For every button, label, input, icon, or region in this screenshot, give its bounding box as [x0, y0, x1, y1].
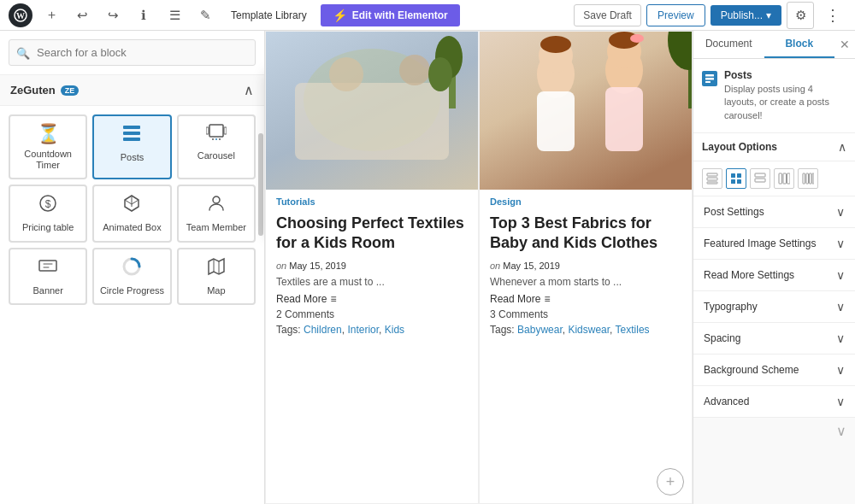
svg-rect-5: [209, 125, 223, 137]
block-item-team[interactable]: Team Member: [177, 185, 256, 242]
search-area: 🔍: [0, 31, 264, 75]
post-excerpt-1: Textiles are a must to ...: [266, 273, 478, 291]
search-input[interactable]: [9, 39, 256, 66]
svg-rect-21: [295, 83, 449, 160]
post-tags-2: Tags: Babywear, Kidswear, Textiles: [480, 322, 692, 343]
undo-button[interactable]: ↩: [70, 3, 94, 27]
ze-badge: ZE: [61, 85, 80, 96]
post-settings-chevron-icon: ∨: [836, 205, 845, 219]
block-item-circle-progress[interactable]: Circle Progress: [92, 248, 171, 305]
topbar-right-actions: Save Draft Preview Publish... ▾ ⚙ ⋮: [574, 2, 846, 29]
block-item-pricing[interactable]: $ Pricing table: [9, 185, 87, 242]
typography-header[interactable]: Typography ∨: [693, 291, 855, 322]
block-item-animated-box[interactable]: Animated Box: [92, 185, 171, 242]
preview-button[interactable]: Preview: [646, 4, 705, 26]
svg-rect-29: [537, 91, 575, 151]
svg-point-13: [213, 196, 220, 203]
tag-textiles[interactable]: Textiles: [616, 324, 650, 336]
tag-interior[interactable]: Interior: [347, 324, 379, 336]
layout-icon-2[interactable]: [726, 168, 746, 189]
post-category-2: Design: [480, 190, 692, 210]
read-more-settings-header[interactable]: Read More Settings ∨: [693, 260, 855, 290]
add-section-button[interactable]: +: [657, 468, 684, 495]
post-read-more-2[interactable]: Read More ≡: [480, 291, 692, 307]
post-image-2: [480, 32, 692, 190]
accordion-featured-image-settings: Featured Image Settings ∨: [693, 228, 855, 260]
right-block-desc: Display posts using 4 layouts, or create…: [724, 83, 846, 122]
category-header: ZeGuten ZE ∧: [0, 75, 264, 106]
accordion-spacing: Spacing ∨: [693, 323, 855, 355]
tag-children[interactable]: Children: [304, 324, 342, 336]
banner-icon: [38, 256, 58, 282]
svg-rect-47: [731, 179, 735, 184]
tag-kidswear[interactable]: Kidswear: [568, 324, 610, 336]
accordion-typography: Typography ∨: [693, 291, 855, 323]
settings-gear-button[interactable]: ⚙: [787, 2, 814, 29]
svg-rect-14: [39, 261, 56, 271]
info-button[interactable]: ℹ: [132, 3, 156, 27]
svg-rect-48: [737, 179, 741, 184]
accordion-advanced: Advanced ∨: [693, 386, 855, 418]
edit-icon-button[interactable]: ✎: [193, 3, 217, 27]
tag-kids[interactable]: Kids: [385, 324, 404, 336]
svg-rect-39: [705, 74, 714, 77]
close-right-panel-button[interactable]: ✕: [834, 31, 855, 58]
block-item-banner[interactable]: Banner: [9, 248, 87, 305]
list-button[interactable]: ☰: [162, 3, 186, 27]
tab-block[interactable]: Block: [764, 31, 835, 58]
svg-rect-41: [705, 81, 711, 83]
more-options-button[interactable]: ⋮: [819, 2, 846, 29]
svg-rect-52: [783, 173, 787, 184]
post-read-more-1[interactable]: Read More ≡: [266, 291, 478, 307]
layout-options-chevron-icon: ∧: [838, 140, 846, 154]
svg-text:W: W: [16, 11, 25, 21]
main-layout: 🔍 ZeGuten ZE ∧ ⏳ Countdown Timer: [0, 31, 855, 504]
redo-button[interactable]: ↪: [101, 3, 125, 27]
wp-logo: W: [9, 3, 32, 27]
topbar: W ＋ ↩ ↪ ℹ ☰ ✎ Template Library ⚡ Edit wi…: [0, 0, 855, 31]
spacing-header[interactable]: Spacing ∨: [693, 323, 855, 354]
block-item-posts[interactable]: Posts: [92, 114, 171, 179]
block-item-countdown[interactable]: ⏳ Countdown Timer: [9, 114, 87, 179]
post-card-1: Tutorials Choosing Perfect Textiles for …: [265, 31, 479, 504]
layout-icons-row: [693, 161, 855, 196]
publish-button[interactable]: Publish... ▾: [711, 5, 781, 26]
svg-rect-40: [705, 78, 714, 80]
template-library-button[interactable]: Template Library: [224, 6, 314, 25]
advanced-header[interactable]: Advanced ∨: [693, 386, 855, 417]
layout-icon-3[interactable]: [750, 168, 770, 189]
collapse-category-button[interactable]: ∧: [244, 82, 254, 98]
svg-rect-56: [810, 173, 812, 184]
right-panel: Document Block ✕ Posts Display posts usi…: [693, 31, 855, 504]
svg-point-8: [212, 138, 214, 140]
tag-babywear[interactable]: Babywear: [517, 324, 563, 336]
layout-icon-5[interactable]: [798, 168, 818, 189]
block-item-carousel[interactable]: Carousel: [177, 114, 256, 179]
left-panel-scrollbar[interactable]: [258, 133, 263, 236]
post-tags-1: Tags: Children, Interior, Kids: [266, 322, 478, 343]
svg-rect-44: [707, 182, 717, 184]
advanced-chevron-icon: ∨: [836, 395, 845, 408]
post-comments-1: 2 Comments: [266, 307, 478, 322]
post-title-2: Top 3 Best Fabrics for Baby and Kids Clo…: [480, 210, 692, 259]
edit-elementor-button[interactable]: ⚡ Edit with Elementor: [321, 4, 460, 26]
background-scheme-header[interactable]: Background Scheme ∨: [693, 355, 855, 385]
map-icon: [206, 256, 227, 282]
svg-point-10: [219, 138, 221, 140]
scroll-down-indicator: ∨: [836, 423, 846, 439]
svg-rect-33: [605, 87, 643, 151]
svg-rect-43: [707, 178, 717, 180]
add-button[interactable]: ＋: [39, 3, 63, 27]
search-icon: 🔍: [16, 46, 30, 59]
layout-icon-4[interactable]: [774, 168, 794, 189]
svg-rect-2: [123, 126, 140, 129]
featured-image-settings-header[interactable]: Featured Image Settings ∨: [693, 228, 855, 259]
tab-document[interactable]: Document: [693, 31, 764, 58]
save-draft-button[interactable]: Save Draft: [574, 4, 641, 26]
svg-rect-50: [755, 179, 765, 182]
featured-image-settings-chevron-icon: ∨: [836, 237, 845, 250]
block-item-map[interactable]: Map: [177, 248, 256, 305]
post-settings-header[interactable]: Post Settings ∨: [693, 196, 855, 227]
layout-icon-1[interactable]: [702, 168, 722, 189]
category-name: ZeGuten ZE: [10, 84, 79, 97]
